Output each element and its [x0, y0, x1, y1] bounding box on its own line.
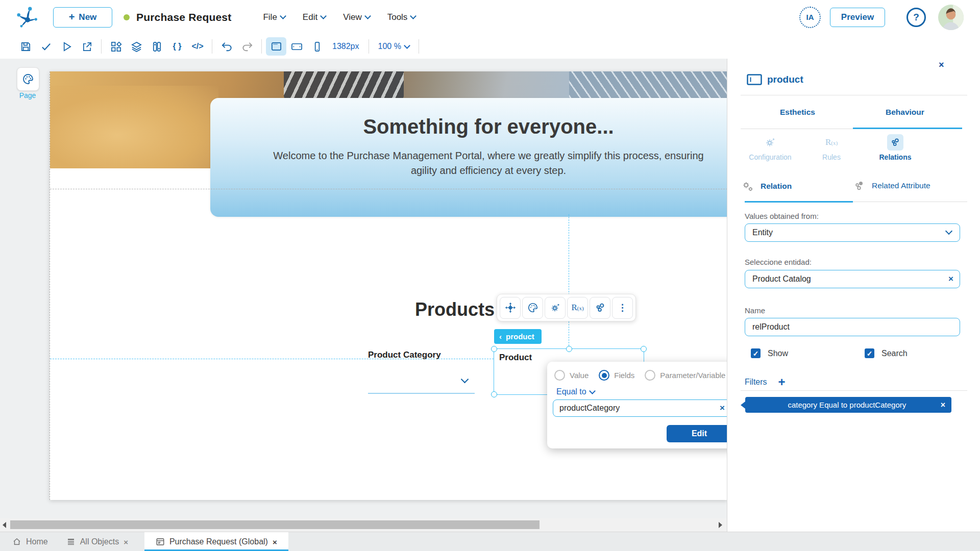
page-surface[interactable]: Something for everyone... Welcome to the…: [50, 71, 727, 500]
resize-handle[interactable]: [491, 391, 497, 397]
canvas-width-value: 1382px: [327, 42, 364, 51]
tab-purchase-request[interactable]: Purchase Request (Global) ×: [144, 532, 288, 551]
scrollbar-thumb[interactable]: [10, 520, 540, 529]
braces-button[interactable]: { }: [167, 37, 187, 56]
widgets-button[interactable]: [106, 37, 126, 56]
filter-field-input[interactable]: productCategory ×: [553, 399, 727, 417]
code-button[interactable]: </>: [187, 37, 208, 56]
subtab-rules[interactable]: R(x) Rules: [803, 134, 860, 161]
menu-tools[interactable]: Tools: [387, 12, 416, 22]
remove-filter-icon[interactable]: ×: [941, 400, 945, 410]
controls-button[interactable]: [146, 37, 167, 56]
search-label[interactable]: Search: [881, 349, 908, 358]
active-tab-underline: [853, 128, 962, 129]
tab-esthetics[interactable]: Esthetics: [780, 108, 815, 117]
radio-fields[interactable]: [599, 370, 609, 381]
run-button[interactable]: [56, 37, 77, 56]
radio-value[interactable]: [554, 370, 565, 381]
horizontal-scrollbar[interactable]: [0, 518, 727, 532]
form-icon: [156, 537, 165, 546]
show-checkbox[interactable]: ✓: [751, 348, 761, 358]
radio-fields-label[interactable]: Fields: [614, 371, 634, 380]
filter-source-radios: Value Fields Parameter/Variable: [554, 370, 725, 381]
ia-badge-button[interactable]: IA: [799, 7, 821, 28]
entity-field[interactable]: Product Catalog ×: [745, 270, 960, 288]
new-button[interactable]: + New: [53, 7, 112, 28]
help-icon[interactable]: ?: [906, 8, 926, 27]
scroll-left-arrow[interactable]: [3, 522, 6, 528]
element-floating-toolbar: R(x) ⋮: [497, 294, 636, 321]
values-from-dropdown[interactable]: Entity: [745, 223, 960, 242]
preview-button[interactable]: Preview: [830, 8, 885, 27]
more-options-button[interactable]: ⋮: [612, 297, 633, 319]
resize-handle[interactable]: [566, 346, 572, 352]
clear-icon[interactable]: ×: [948, 274, 953, 284]
validate-button[interactable]: [36, 37, 56, 56]
radio-parameter-label[interactable]: Parameter/Variable: [660, 371, 725, 380]
page-palette-label: Page: [11, 91, 44, 99]
new-button-label: New: [79, 12, 96, 22]
close-tab-icon[interactable]: ×: [273, 538, 277, 546]
radio-parameter[interactable]: [645, 370, 655, 381]
chevron-left-icon: ‹: [499, 332, 502, 341]
relations-button[interactable]: [590, 297, 610, 319]
menu-file[interactable]: File: [263, 12, 285, 22]
resize-handle[interactable]: [641, 346, 647, 352]
export-button[interactable]: [77, 37, 97, 56]
toolbar-divider: [369, 39, 369, 54]
clear-icon[interactable]: ×: [720, 403, 725, 413]
chevron-down-icon: [320, 13, 327, 19]
alignment-guide-vertical: [569, 214, 569, 348]
desktop-view-button[interactable]: [266, 37, 286, 56]
tab-behaviour[interactable]: Behaviour: [886, 108, 924, 117]
products-heading[interactable]: Products: [415, 299, 495, 320]
save-button[interactable]: [15, 37, 36, 56]
filter-chip[interactable]: category Equal to productCategory ×: [745, 397, 951, 413]
product-category-select[interactable]: [368, 370, 475, 394]
product-category-label[interactable]: Product Category: [368, 350, 441, 360]
user-avatar[interactable]: [938, 5, 964, 30]
tab-relation[interactable]: Relation: [741, 180, 792, 193]
toolbar-divider: [419, 39, 419, 54]
editor-toolbar: { } </> 1382px 100 %: [0, 34, 980, 59]
tab-related-attribute[interactable]: Related Attribute: [853, 180, 930, 192]
subtab-relations[interactable]: Relations: [867, 134, 923, 161]
plus-icon: +: [69, 11, 75, 23]
chevron-down-icon: [945, 228, 952, 235]
close-icon[interactable]: ×: [939, 60, 944, 70]
subtab-configuration[interactable]: Configuration: [742, 134, 798, 161]
selection-breadcrumb-tag[interactable]: ‹ product: [494, 329, 542, 344]
name-input[interactable]: relProduct: [745, 318, 960, 336]
esthetics-button[interactable]: [522, 297, 543, 319]
resize-handle[interactable]: [491, 346, 497, 352]
edit-button[interactable]: Edit: [667, 425, 727, 442]
radio-value-label[interactable]: Value: [570, 371, 589, 380]
move-button[interactable]: [500, 297, 521, 319]
menu-view[interactable]: View: [343, 12, 370, 22]
configuration-button[interactable]: [545, 297, 566, 319]
tab-home[interactable]: Home: [3, 532, 57, 551]
close-tab-icon[interactable]: ×: [124, 538, 128, 546]
row-guide-line: [50, 189, 727, 189]
page-palette-button[interactable]: [17, 67, 39, 91]
menu-edit[interactable]: Edit: [303, 12, 326, 22]
undo-button[interactable]: [216, 37, 237, 56]
tab-all-objects[interactable]: All Objects ×: [57, 532, 137, 551]
search-checkbox[interactable]: ✓: [865, 348, 874, 358]
redo-button[interactable]: [237, 37, 257, 56]
scroll-right-arrow[interactable]: [719, 522, 722, 528]
layers-button[interactable]: [126, 37, 146, 56]
zoom-level-dropdown[interactable]: 100 %: [373, 42, 414, 51]
operator-dropdown[interactable]: Equal to: [556, 387, 595, 396]
app-logo-icon[interactable]: [15, 6, 39, 29]
bottom-tab-bar: Home All Objects × Purchase Request (Glo…: [0, 532, 980, 551]
tablet-view-button[interactable]: [286, 37, 307, 56]
mobile-view-button[interactable]: [307, 37, 327, 56]
hero-card[interactable]: Something for everyone... Welcome to the…: [210, 98, 727, 217]
show-label[interactable]: Show: [768, 349, 788, 358]
rules-button[interactable]: R(x): [567, 297, 588, 319]
add-filter-button[interactable]: +: [778, 376, 786, 388]
document-title: Purchase Request: [136, 11, 231, 23]
rules-icon: R(x): [825, 137, 838, 147]
active-tab-underline: [745, 201, 853, 203]
